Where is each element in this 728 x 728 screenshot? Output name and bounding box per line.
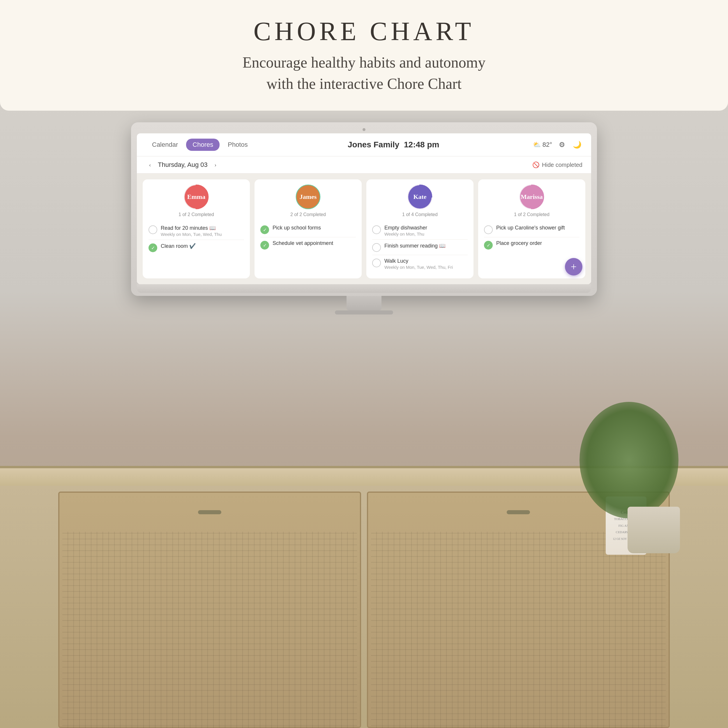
chore-name: Pick up school forms xyxy=(272,225,356,231)
completed-count-kate: 1 of 4 Completed xyxy=(402,212,438,217)
chore-sub: Weekly on Mon, Tue, Wed, Thu, Fri xyxy=(384,265,468,270)
chore-text: Schedule vet appointment xyxy=(272,240,356,246)
plant-container xyxy=(603,507,705,553)
drawer-left xyxy=(58,491,361,728)
weather-info: ⛅ 82° xyxy=(533,141,552,148)
date-nav: ‹ Thursday, Aug 03 › 🚫 Hide completed xyxy=(137,156,591,174)
nav-tabs: Calendar Chores Photos xyxy=(145,139,254,151)
app-ui: Calendar Chores Photos Jones Family 12:4… xyxy=(137,133,591,284)
chore-item: ✓ Place grocery order xyxy=(484,237,580,252)
hide-icon: 🚫 xyxy=(532,161,540,168)
chore-text: Walk Lucy Weekly on Mon, Tue, Wed, Thu, … xyxy=(384,258,468,270)
hide-completed-button[interactable]: 🚫 Hide completed xyxy=(532,161,583,168)
monitor-wrapper: Calendar Chores Photos Jones Family 12:4… xyxy=(131,122,597,315)
plant-pot xyxy=(627,507,680,553)
chore-name: Finish summer reading 📖 xyxy=(384,243,468,249)
monitor-stand xyxy=(347,296,381,310)
drawer-wicker-right xyxy=(371,532,666,728)
chore-checkbox[interactable] xyxy=(372,225,381,234)
chore-checkbox[interactable]: ✓ xyxy=(260,225,269,234)
chore-text: Finish summer reading 📖 xyxy=(384,243,468,249)
add-chore-fab[interactable]: + xyxy=(565,258,583,275)
avatar-kate: Kate xyxy=(408,185,431,208)
chore-item: Read for 20 minutes 📖 Weekly on Mon, Tue… xyxy=(148,222,244,240)
chore-item: ✓ Schedule vet appointment xyxy=(260,237,356,252)
temperature: 82° xyxy=(543,141,552,148)
person-header-kate: Kate 1 of 4 Completed xyxy=(372,185,468,217)
avatar-wrapper-marissa: Marissa xyxy=(520,185,543,208)
monitor-bottom-bar xyxy=(137,284,591,293)
tab-photos[interactable]: Photos xyxy=(221,139,254,151)
person-header-emma: Emma 1 of 2 Completed xyxy=(148,185,244,217)
tab-chores[interactable]: Chores xyxy=(186,139,220,151)
chore-item: Finish summer reading 📖 xyxy=(372,240,468,255)
avatar-james: James xyxy=(297,185,320,208)
moon-icon[interactable]: 🌙 xyxy=(572,139,583,150)
chore-name: Schedule vet appointment xyxy=(272,240,356,246)
chore-text: Read for 20 minutes 📖 Weekly on Mon, Tue… xyxy=(161,225,244,237)
person-header-james: James 2 of 2 Completed xyxy=(260,185,356,217)
banner-title: CHORE CHART xyxy=(253,16,474,46)
completed-count-marissa: 1 of 2 Completed xyxy=(514,212,549,217)
monitor-screen: Calendar Chores Photos Jones Family 12:4… xyxy=(137,133,591,284)
tab-calendar[interactable]: Calendar xyxy=(145,139,184,151)
banner-subtitle: Encourage healthy habits and autonomy wi… xyxy=(243,52,486,95)
chore-columns: Emma 1 of 2 Completed Read for 20 minute… xyxy=(137,174,591,284)
next-date-arrow[interactable]: › xyxy=(211,161,220,169)
top-banner: CHORE CHART Encourage healthy habits and… xyxy=(0,0,728,111)
chore-item: ✓ Pick up school forms xyxy=(260,222,356,237)
chore-name: Empty dishwasher xyxy=(384,225,468,231)
date-label: Thursday, Aug 03 xyxy=(158,161,208,168)
person-header-marissa: Marissa 1 of 2 Completed xyxy=(484,185,580,217)
chore-checkbox[interactable]: ✓ xyxy=(484,241,493,249)
chore-sub: Weekly on Mon, Tue, Wed, Thu xyxy=(161,232,244,237)
avatar-wrapper-kate: Kate xyxy=(408,185,431,208)
chore-checkbox[interactable] xyxy=(372,243,381,252)
chore-name: Walk Lucy xyxy=(384,258,468,264)
weather-icon: ⛅ xyxy=(533,141,541,148)
chore-item: ✓ Clean room ✔️ xyxy=(148,240,244,255)
completed-count-james: 2 of 2 Completed xyxy=(290,212,326,217)
chore-item: Empty dishwasher Weekly on Mon, Thu xyxy=(372,222,468,240)
chore-checkbox[interactable]: ✓ xyxy=(148,243,157,252)
chore-name: Place grocery order xyxy=(496,240,580,246)
header-right: ⛅ 82° ⚙ 🌙 xyxy=(533,139,583,150)
chore-name: Read for 20 minutes 📖 xyxy=(161,225,244,231)
drawer-handle-left xyxy=(198,510,221,514)
chore-text: Pick up school forms xyxy=(272,225,356,231)
avatar-wrapper-james: James xyxy=(297,185,320,208)
monitor-base xyxy=(335,310,393,315)
app-header: Calendar Chores Photos Jones Family 12:4… xyxy=(137,133,591,156)
completed-count-emma: 1 of 2 Completed xyxy=(179,212,214,217)
chore-text: Clean room ✔️ xyxy=(161,243,244,249)
header-center: Jones Family 12:48 pm xyxy=(348,140,439,149)
chore-column-emma: Emma 1 of 2 Completed Read for 20 minute… xyxy=(143,179,250,278)
chore-checkbox[interactable] xyxy=(484,225,493,234)
chore-checkbox[interactable]: ✓ xyxy=(260,241,269,249)
chore-text: Place grocery order xyxy=(496,240,580,246)
plant-leaves xyxy=(580,402,679,518)
chore-sub: Weekly on Mon, Thu xyxy=(384,231,468,237)
date-nav-left: ‹ Thursday, Aug 03 › xyxy=(145,161,220,169)
chore-text: Empty dishwasher Weekly on Mon, Thu xyxy=(384,225,468,237)
chore-name: Pick up Caroline's shower gift xyxy=(496,225,580,231)
settings-icon[interactable]: ⚙ xyxy=(557,139,567,150)
drawer-wicker-left xyxy=(62,532,357,728)
drawer-handle-right xyxy=(507,510,530,514)
avatar-wrapper-emma: Emma xyxy=(185,185,208,208)
chore-item: Walk Lucy Weekly on Mon, Tue, Wed, Thu, … xyxy=(372,255,468,272)
avatar-marissa: Marissa xyxy=(520,185,543,208)
camera-dot xyxy=(362,128,366,131)
chore-name: Clean room ✔️ xyxy=(161,243,244,249)
chore-text: Pick up Caroline's shower gift xyxy=(496,225,580,231)
chore-column-kate: Kate 1 of 4 Completed Empty dishwasher W… xyxy=(366,179,474,278)
chore-item: Pick up Caroline's shower gift xyxy=(484,222,580,237)
avatar-emma: Emma xyxy=(185,185,208,208)
chore-checkbox[interactable] xyxy=(148,225,157,234)
chore-checkbox[interactable] xyxy=(372,258,381,267)
prev-date-arrow[interactable]: ‹ xyxy=(145,161,154,169)
chore-column-james: James 2 of 2 Completed ✓ Pick up school … xyxy=(254,179,362,278)
monitor-frame: Calendar Chores Photos Jones Family 12:4… xyxy=(131,122,597,296)
